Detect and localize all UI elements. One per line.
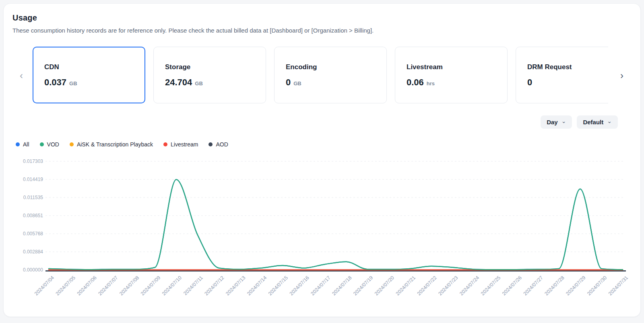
- x-axis-label: 2024/07/30: [586, 275, 608, 296]
- x-axis-label: 2024/07/12: [204, 275, 225, 296]
- card-value: 24.704: [165, 77, 192, 88]
- x-axis-label: 2024/07/22: [416, 275, 438, 296]
- chart-legend: All VOD AiSK & Transcription Playback Li…: [16, 141, 228, 148]
- card-value: 0.037: [44, 77, 66, 88]
- y-axis-label: 0.011535: [23, 195, 43, 200]
- legend-dot-icon: [40, 142, 44, 146]
- x-axis-label: 2024/07/14: [246, 275, 268, 296]
- card-unit: GB: [195, 80, 203, 86]
- chevron-right-icon: ›: [620, 71, 623, 80]
- chevron-down-icon: ⌄: [561, 119, 566, 123]
- x-axis-label: 2024/07/06: [76, 275, 98, 296]
- x-axis-label: 2024/07/04: [33, 275, 55, 296]
- y-axis-label: 0.008651: [23, 213, 43, 218]
- x-axis-label: 2024/07/31: [607, 275, 629, 296]
- series-line-vod: [49, 179, 623, 270]
- usage-card-drm-request[interactable]: DRM Request 0: [516, 47, 608, 103]
- x-axis-label: 2024/07/25: [480, 275, 502, 296]
- y-axis-label: 0.017303: [23, 158, 43, 164]
- x-axis-label: 2024/07/19: [352, 275, 374, 296]
- x-axis-label: 2024/07/26: [501, 275, 523, 296]
- x-axis-label: 2024/07/05: [55, 275, 76, 296]
- x-axis-label: 2024/07/08: [118, 275, 140, 296]
- x-axis-label: 2024/07/21: [395, 275, 417, 296]
- chart-filters: Day ⌄ Default ⌄: [541, 115, 618, 129]
- page-title: Usage: [12, 13, 37, 23]
- page-subtitle: These consumption history records are fo…: [12, 27, 374, 34]
- card-label: DRM Request: [527, 63, 608, 71]
- y-axis-label: 0.014419: [23, 177, 43, 182]
- usage-cards-row: CDN 0.037 GB Storage 24.704 GB Encoding …: [33, 47, 608, 103]
- usage-card-storage[interactable]: Storage 24.704 GB: [153, 47, 266, 103]
- granularity-dropdown[interactable]: Day ⌄: [541, 115, 572, 129]
- mode-dropdown-label: Default: [583, 119, 603, 125]
- carousel-prev-button[interactable]: ‹: [16, 70, 27, 81]
- usage-cards-viewport: CDN 0.037 GB Storage 24.704 GB Encoding …: [33, 47, 608, 107]
- card-label: CDN: [44, 63, 144, 71]
- x-axis-label: 2024/07/15: [267, 275, 289, 296]
- x-axis-label: 2024/07/18: [331, 275, 353, 296]
- x-axis-label: 2024/07/11: [182, 275, 204, 296]
- x-axis-label: 2024/07/16: [289, 275, 310, 296]
- x-axis-label: 2024/07/13: [225, 275, 246, 296]
- card-unit: GB: [69, 80, 77, 86]
- x-axis-label: 2024/07/28: [544, 275, 566, 296]
- card-value: 0.06: [407, 77, 424, 88]
- series-line-all: [49, 179, 623, 270]
- x-axis-label: 2024/07/20: [374, 275, 395, 296]
- card-value: 0: [527, 77, 532, 88]
- usage-card-cdn[interactable]: CDN 0.037 GB: [33, 47, 145, 103]
- usage-panel: Usage These consumption history records …: [3, 3, 641, 317]
- x-axis-label: 2024/07/07: [97, 275, 119, 296]
- legend-item-aod[interactable]: AOD: [208, 141, 228, 148]
- chevron-down-icon: ⌄: [607, 119, 612, 123]
- y-axis-label: 0.005768: [23, 231, 43, 237]
- legend-item-aisk-transcription-playback[interactable]: AiSK & Transcription Playback: [70, 141, 153, 148]
- usage-line-chart[interactable]: 0.0173030.0144190.0115350.0086510.005768…: [4, 150, 641, 315]
- y-axis-label: 0.002884: [23, 249, 43, 255]
- card-label: Livestream: [407, 63, 507, 71]
- y-axis-label: 0.000000: [23, 267, 43, 273]
- card-unit: GB: [293, 80, 301, 86]
- x-axis-label: 2024/07/10: [161, 275, 183, 296]
- legend-dot-icon: [70, 142, 74, 146]
- chevron-left-icon: ‹: [20, 71, 23, 80]
- x-axis-label: 2024/07/24: [458, 275, 480, 296]
- legend-item-livestream[interactable]: Livestream: [163, 141, 198, 148]
- card-unit: hrs: [427, 80, 435, 86]
- usage-card-encoding[interactable]: Encoding 0 GB: [274, 47, 387, 103]
- legend-item-vod[interactable]: VOD: [40, 141, 59, 148]
- card-label: Storage: [165, 63, 266, 71]
- legend-dot-icon: [208, 142, 213, 146]
- x-axis-label: 2024/07/09: [140, 275, 161, 296]
- carousel-next-button[interactable]: ›: [616, 70, 627, 81]
- x-axis-label: 2024/07/29: [565, 275, 586, 296]
- usage-page: { "header": { "title": "Usage", "subtitl…: [0, 0, 644, 323]
- legend-item-all[interactable]: All: [16, 141, 29, 148]
- card-value: 0: [286, 77, 291, 88]
- x-axis-label: 2024/07/27: [522, 275, 544, 296]
- granularity-dropdown-label: Day: [547, 119, 558, 125]
- usage-card-livestream[interactable]: Livestream 0.06 hrs: [395, 47, 508, 103]
- legend-dot-icon: [16, 142, 20, 146]
- legend-dot-icon: [163, 142, 167, 146]
- mode-dropdown[interactable]: Default ⌄: [577, 115, 618, 129]
- x-axis-label: 2024/07/23: [437, 275, 459, 296]
- x-axis-label: 2024/07/17: [310, 275, 332, 296]
- card-label: Encoding: [286, 63, 386, 71]
